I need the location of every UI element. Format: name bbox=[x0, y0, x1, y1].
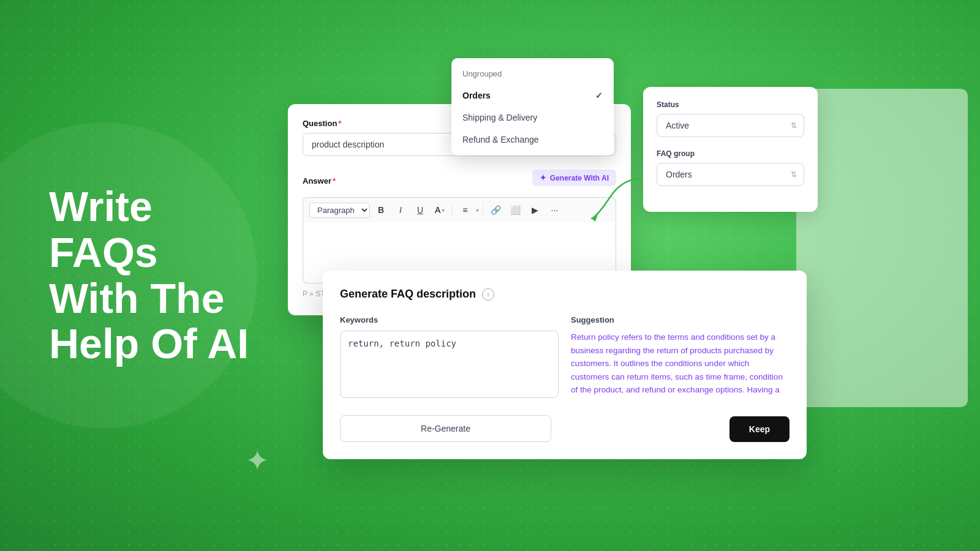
video-button[interactable]: ▶ bbox=[526, 201, 543, 219]
font-color-letter: A bbox=[435, 205, 440, 215]
background-card bbox=[796, 89, 968, 407]
status-card: Status Active Inactive Draft ⇅ FAQ group… bbox=[643, 87, 818, 212]
dropdown-item-refund[interactable]: Refund & Exchange bbox=[451, 129, 614, 151]
dropdown-ungrouped-label: Ungrouped bbox=[462, 69, 502, 78]
color-picker-group[interactable]: A ▾ bbox=[431, 203, 448, 217]
faq-group-dropdown: Ungrouped Orders ✓ Shipping & Delivery R… bbox=[451, 58, 614, 156]
dropdown-shipping-label: Shipping & Delivery bbox=[462, 113, 537, 122]
arrow-annotation bbox=[586, 173, 653, 224]
keywords-label: Keywords bbox=[340, 315, 559, 324]
underline-button[interactable]: U bbox=[412, 201, 429, 219]
suggestion-section: Suggestion Return policy refers to the t… bbox=[571, 315, 790, 400]
dropdown-item-ungrouped[interactable]: Ungrouped bbox=[451, 63, 614, 84]
dropdown-item-orders[interactable]: Orders ✓ bbox=[451, 84, 614, 107]
toolbar-divider-1 bbox=[452, 204, 453, 216]
info-icon[interactable]: i bbox=[482, 288, 494, 301]
dropdown-orders-label: Orders bbox=[462, 91, 491, 100]
keywords-section: Keywords return, return policy bbox=[340, 315, 559, 400]
faq-group-select-wrapper: Orders Shipping & Delivery Refund & Exch… bbox=[657, 163, 804, 186]
regenerate-button[interactable]: Re-Generate bbox=[340, 415, 551, 442]
suggestion-label: Suggestion bbox=[571, 315, 790, 324]
image-button[interactable]: ⬜ bbox=[507, 201, 524, 219]
check-icon: ✓ bbox=[595, 91, 603, 100]
generate-panel-body: Keywords return, return policy Suggestio… bbox=[340, 315, 790, 400]
status-select[interactable]: Active Inactive Draft bbox=[657, 114, 804, 137]
ai-icon: ✦ bbox=[540, 173, 546, 182]
align-button[interactable]: ≡ bbox=[456, 201, 473, 219]
generate-panel-header: Generate FAQ description i bbox=[340, 288, 790, 301]
keep-button[interactable]: Keep bbox=[729, 416, 790, 442]
toolbar-divider-2 bbox=[483, 204, 483, 216]
color-button[interactable]: A ▾ bbox=[431, 203, 448, 217]
paragraph-select[interactable]: Paragraph bbox=[309, 203, 370, 218]
editor-toolbar: Paragraph B I U A ▾ ≡ ▾ 🔗 ⬜ ▶ ··· bbox=[303, 197, 616, 222]
generate-faq-panel: Generate FAQ description i Keywords retu… bbox=[323, 271, 807, 459]
faq-group-label: FAQ group bbox=[657, 149, 804, 158]
link-button[interactable]: 🔗 bbox=[487, 201, 504, 219]
svg-marker-0 bbox=[592, 214, 598, 222]
more-button[interactable]: ··· bbox=[546, 201, 563, 219]
generate-panel-title: Generate FAQ description bbox=[340, 288, 476, 301]
hero-text: Write FAQs With The Help Of AI bbox=[49, 184, 249, 367]
answer-label: Answer* bbox=[303, 176, 336, 186]
dropdown-item-shipping[interactable]: Shipping & Delivery bbox=[451, 107, 614, 129]
color-chevron: ▾ bbox=[442, 207, 445, 214]
suggestion-text: Return policy refers to the terms and co… bbox=[571, 331, 790, 398]
faq-group-select[interactable]: Orders Shipping & Delivery Refund & Exch… bbox=[657, 163, 804, 186]
dropdown-refund-label: Refund & Exchange bbox=[462, 135, 539, 144]
star-decoration: ✦ bbox=[245, 443, 270, 478]
status-select-wrapper: Active Inactive Draft ⇅ bbox=[657, 114, 804, 137]
bold-button[interactable]: B bbox=[372, 201, 390, 219]
status-label: Status bbox=[657, 100, 804, 109]
italic-button[interactable]: I bbox=[392, 201, 409, 219]
keywords-textarea[interactable]: return, return policy bbox=[340, 331, 559, 398]
align-chevron: ▾ bbox=[476, 207, 479, 214]
